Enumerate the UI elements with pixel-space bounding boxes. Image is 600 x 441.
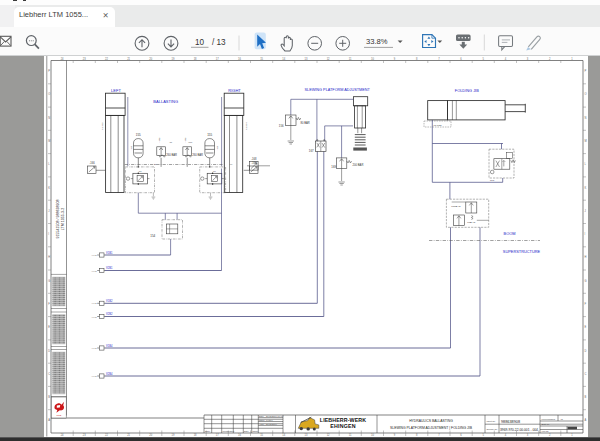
- svg-text:-152: -152: [158, 137, 161, 142]
- svg-text:von 13: von 13: [542, 430, 550, 432]
- svg-text:B: B: [585, 395, 587, 399]
- svg-text:27.02.2004 09:46: 27.02.2004 09:46: [266, 415, 284, 417]
- svg-text:C: C: [48, 372, 50, 376]
- svg-text:-152: -152: [184, 137, 187, 142]
- svg-text:V1B1: V1B1: [106, 251, 113, 255]
- svg-text:B: B: [48, 395, 50, 399]
- svg-text:16: 16: [238, 57, 241, 61]
- svg-text:19: 19: [171, 57, 174, 61]
- svg-text:1: 1: [571, 57, 573, 61]
- svg-text:F: F: [48, 302, 50, 306]
- svg-text:V1B2: V1B2: [106, 299, 113, 303]
- svg-text:AV*G: AV*G: [91, 270, 97, 272]
- svg-text:18: 18: [194, 57, 197, 61]
- svg-text:SLEWING PLATFORM ADJUSTMENT: SLEWING PLATFORM ADJUSTMENT: [305, 88, 371, 92]
- svg-text:K: K: [48, 186, 50, 190]
- svg-text:20: 20: [149, 57, 152, 61]
- svg-text:D: D: [48, 349, 50, 353]
- svg-text:-166: -166: [89, 161, 95, 165]
- svg-text:AV*G: AV*G: [91, 316, 97, 318]
- svg-text:AV*G: AV*G: [91, 254, 97, 256]
- svg-text:Date: Date: [259, 415, 264, 417]
- svg-text:3: 3: [527, 57, 529, 61]
- svg-text:L: L: [585, 162, 587, 166]
- svg-text:A: A: [48, 418, 50, 422]
- svg-text:AV*G: AV*G: [91, 347, 97, 349]
- svg-text:23: 23: [83, 57, 86, 61]
- svg-text:9: 9: [394, 57, 396, 61]
- svg-text:Name: Name: [259, 419, 266, 421]
- svg-text:Blatt 10: Blatt 10: [542, 423, 551, 425]
- svg-text:988638908: 988638908: [501, 420, 520, 424]
- svg-text:+D: +D: [560, 418, 563, 420]
- svg-text:167: 167: [309, 149, 314, 153]
- svg-text:-88T: -88T: [188, 141, 193, 143]
- svg-text:6: 6: [460, 57, 462, 61]
- svg-text:N: N: [48, 116, 50, 120]
- svg-text:M: M: [48, 139, 50, 143]
- svg-text:BALLASTING: BALLASTING: [153, 99, 178, 104]
- svg-text:HYDRAULICS BALLASTING: HYDRAULICS BALLASTING: [409, 419, 453, 423]
- svg-text:RIGHT: RIGHT: [228, 88, 241, 93]
- svg-text:LTM 1055-3-2: LTM 1055-3-2: [61, 208, 65, 230]
- svg-text:H: H: [585, 255, 587, 259]
- svg-text:17: 17: [216, 57, 219, 61]
- svg-text:G: G: [48, 279, 50, 283]
- svg-text:-168: -168: [251, 157, 257, 161]
- svg-text:SLEWING PLATFORM ADJUSTMENT |: SLEWING PLATFORM ADJUSTMENT | FOLDING JI…: [390, 426, 473, 430]
- svg-text:27.02.2004: 27.02.2004: [266, 423, 278, 425]
- svg-text:-153: -153: [130, 145, 132, 150]
- svg-text:3969-970.22.00.001 - 004: 3969-970.22.00.001 - 004: [500, 428, 538, 432]
- svg-text:-166: -166: [251, 161, 257, 165]
- svg-text:-153: -153: [216, 145, 218, 150]
- svg-text:V1B4: V1B4: [106, 344, 113, 348]
- svg-text:-84: -84: [138, 170, 142, 173]
- svg-text:I: I: [585, 232, 586, 236]
- svg-text:Lieferumfang: Lieferumfang: [542, 418, 556, 420]
- svg-text:O: O: [585, 92, 587, 96]
- svg-text:11: 11: [349, 57, 352, 61]
- svg-text:915541508 / 988638908: 915541508 / 988638908: [56, 200, 60, 239]
- svg-text:G: G: [585, 279, 587, 283]
- svg-text:5: 5: [482, 57, 484, 61]
- svg-text:24: 24: [61, 57, 64, 61]
- svg-text:tar: tar: [154, 163, 157, 165]
- svg-text:N: N: [585, 116, 587, 120]
- svg-text:E: E: [48, 325, 50, 329]
- svg-text:154: 154: [150, 234, 155, 238]
- svg-text:13: 13: [304, 57, 307, 61]
- svg-text:BOOM: BOOM: [504, 231, 516, 236]
- svg-text:Name: Name: [253, 430, 260, 432]
- svg-text:Zeichn-Nr.: Zeichn-Nr.: [487, 428, 498, 431]
- svg-text:V2B4: V2B4: [106, 372, 113, 376]
- svg-text:60BAR: 60BAR: [467, 221, 475, 224]
- svg-text:Appr: Appr: [259, 423, 264, 425]
- svg-text:AV*G: AV*G: [91, 302, 97, 304]
- svg-text:I: I: [48, 232, 49, 236]
- svg-text:V2B1: V2B1: [106, 266, 113, 270]
- svg-text:K: K: [585, 186, 587, 190]
- svg-text:L: L: [48, 162, 50, 166]
- svg-text:-88: -88: [169, 141, 173, 143]
- svg-text:P: P: [48, 69, 50, 73]
- svg-text:EHINGEN: EHINGEN: [330, 423, 356, 429]
- svg-text:15: 15: [260, 57, 263, 61]
- svg-text:8: 8: [416, 57, 418, 61]
- svg-text:2: 2: [549, 57, 551, 61]
- svg-text:V2B2: V2B2: [106, 312, 113, 316]
- svg-text:A: A: [585, 418, 587, 422]
- svg-text:21: 21: [127, 57, 130, 61]
- svg-text:P: P: [585, 69, 587, 73]
- svg-text:Date: Date: [244, 430, 249, 432]
- svg-text:61.1&2: 61.1&2: [101, 122, 103, 130]
- svg-text:Modification: Modification: [223, 430, 235, 432]
- svg-text:-84L: -84L: [490, 179, 496, 182]
- svg-text:7: 7: [438, 57, 440, 61]
- svg-text:155: 155: [207, 133, 212, 137]
- svg-text:260 BAR: 260 BAR: [192, 153, 203, 157]
- svg-text:AV*G: AV*G: [91, 375, 97, 377]
- svg-text:SUPERSTRUCTURE: SUPERSTRUCTURE: [503, 249, 541, 254]
- svg-text:D: D: [585, 349, 587, 353]
- svg-text:33.8%: 33.8%: [366, 37, 388, 46]
- svg-text:4: 4: [505, 57, 507, 61]
